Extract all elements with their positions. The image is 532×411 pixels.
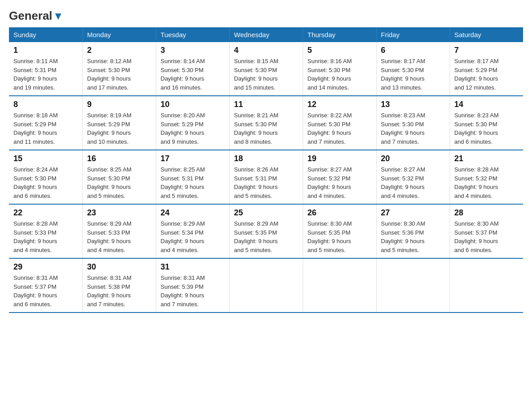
page-header: General — [9, 9, 523, 20]
day-info: Sunrise: 8:25 AM Sunset: 5:30 PM Dayligh… — [87, 165, 151, 200]
day-number: 11 — [234, 100, 298, 109]
calendar-table: SundayMondayTuesdayWednesdayThursdayFrid… — [9, 27, 523, 313]
day-info: Sunrise: 8:22 AM Sunset: 5:30 PM Dayligh… — [308, 111, 372, 146]
week-row-5: 29 Sunrise: 8:31 AM Sunset: 5:37 PM Dayl… — [9, 258, 523, 313]
day-number: 17 — [161, 154, 225, 163]
svg-marker-0 — [55, 13, 61, 20]
day-info: Sunrise: 8:29 AM Sunset: 5:33 PM Dayligh… — [87, 219, 151, 254]
day-cell: 31 Sunrise: 8:31 AM Sunset: 5:39 PM Dayl… — [156, 258, 229, 313]
day-number: 25 — [234, 208, 298, 218]
day-cell: 11 Sunrise: 8:21 AM Sunset: 5:30 PM Dayl… — [229, 96, 303, 150]
day-info: Sunrise: 8:20 AM Sunset: 5:29 PM Dayligh… — [161, 111, 225, 146]
calendar-body: 1 Sunrise: 8:11 AM Sunset: 5:31 PM Dayli… — [9, 42, 523, 313]
day-cell: 2 Sunrise: 8:12 AM Sunset: 5:30 PM Dayli… — [82, 42, 156, 96]
day-number: 6 — [381, 46, 445, 55]
header-cell-wednesday: Wednesday — [229, 27, 303, 42]
day-cell: 28 Sunrise: 8:30 AM Sunset: 5:37 PM Dayl… — [450, 204, 523, 258]
day-number: 9 — [87, 100, 151, 109]
day-cell: 20 Sunrise: 8:27 AM Sunset: 5:32 PM Dayl… — [376, 150, 450, 204]
day-number: 12 — [308, 100, 372, 109]
day-cell: 29 Sunrise: 8:31 AM Sunset: 5:37 PM Dayl… — [9, 258, 82, 313]
day-number: 15 — [13, 154, 78, 163]
calendar-header: SundayMondayTuesdayWednesdayThursdayFrid… — [9, 27, 523, 42]
day-info: Sunrise: 8:15 AM Sunset: 5:30 PM Dayligh… — [234, 57, 298, 92]
day-info: Sunrise: 8:25 AM Sunset: 5:31 PM Dayligh… — [161, 165, 225, 200]
day-cell: 25 Sunrise: 8:29 AM Sunset: 5:35 PM Dayl… — [229, 204, 303, 258]
day-cell: 23 Sunrise: 8:29 AM Sunset: 5:33 PM Dayl… — [82, 204, 156, 258]
day-info: Sunrise: 8:31 AM Sunset: 5:39 PM Dayligh… — [161, 274, 225, 308]
day-cell — [450, 258, 523, 313]
day-cell: 7 Sunrise: 8:17 AM Sunset: 5:29 PM Dayli… — [450, 42, 523, 96]
day-info: Sunrise: 8:14 AM Sunset: 5:30 PM Dayligh… — [161, 57, 225, 92]
day-cell: 6 Sunrise: 8:17 AM Sunset: 5:30 PM Dayli… — [376, 42, 450, 96]
header-cell-sunday: Sunday — [9, 27, 82, 42]
day-info: Sunrise: 8:29 AM Sunset: 5:35 PM Dayligh… — [234, 219, 298, 254]
day-cell: 22 Sunrise: 8:28 AM Sunset: 5:33 PM Dayl… — [9, 204, 82, 258]
week-row-1: 1 Sunrise: 8:11 AM Sunset: 5:31 PM Dayli… — [9, 42, 523, 96]
day-cell — [229, 258, 303, 313]
day-cell: 5 Sunrise: 8:16 AM Sunset: 5:30 PM Dayli… — [303, 42, 376, 96]
day-info: Sunrise: 8:17 AM Sunset: 5:30 PM Dayligh… — [381, 57, 445, 92]
day-number: 30 — [87, 262, 151, 272]
day-info: Sunrise: 8:28 AM Sunset: 5:32 PM Dayligh… — [455, 165, 519, 200]
day-info: Sunrise: 8:16 AM Sunset: 5:30 PM Dayligh… — [308, 57, 372, 92]
day-info: Sunrise: 8:27 AM Sunset: 5:32 PM Dayligh… — [381, 165, 445, 200]
day-info: Sunrise: 8:29 AM Sunset: 5:34 PM Dayligh… — [161, 219, 225, 254]
day-cell: 18 Sunrise: 8:26 AM Sunset: 5:31 PM Dayl… — [229, 150, 303, 204]
day-cell: 30 Sunrise: 8:31 AM Sunset: 5:38 PM Dayl… — [82, 258, 156, 313]
logo: General — [9, 9, 63, 20]
day-info: Sunrise: 8:12 AM Sunset: 5:30 PM Dayligh… — [87, 57, 151, 92]
day-number: 31 — [161, 262, 225, 272]
day-cell: 21 Sunrise: 8:28 AM Sunset: 5:32 PM Dayl… — [450, 150, 523, 204]
day-number: 10 — [161, 100, 225, 109]
header-cell-saturday: Saturday — [450, 27, 523, 42]
header-cell-monday: Monday — [82, 27, 156, 42]
day-info: Sunrise: 8:17 AM Sunset: 5:29 PM Dayligh… — [455, 57, 519, 92]
day-number: 27 — [381, 208, 445, 218]
day-cell: 13 Sunrise: 8:23 AM Sunset: 5:30 PM Dayl… — [376, 96, 450, 150]
day-number: 14 — [455, 100, 519, 109]
day-number: 18 — [234, 154, 298, 163]
day-number: 28 — [455, 208, 519, 218]
day-info: Sunrise: 8:23 AM Sunset: 5:30 PM Dayligh… — [381, 111, 445, 146]
day-cell: 3 Sunrise: 8:14 AM Sunset: 5:30 PM Dayli… — [156, 42, 229, 96]
logo-text-general: General — [9, 9, 52, 23]
header-cell-thursday: Thursday — [303, 27, 376, 42]
day-cell: 16 Sunrise: 8:25 AM Sunset: 5:30 PM Dayl… — [82, 150, 156, 204]
day-cell: 9 Sunrise: 8:19 AM Sunset: 5:29 PM Dayli… — [82, 96, 156, 150]
day-cell: 12 Sunrise: 8:22 AM Sunset: 5:30 PM Dayl… — [303, 96, 376, 150]
day-number: 29 — [13, 262, 78, 272]
day-number: 21 — [455, 154, 519, 163]
day-cell: 1 Sunrise: 8:11 AM Sunset: 5:31 PM Dayli… — [9, 42, 82, 96]
day-info: Sunrise: 8:31 AM Sunset: 5:38 PM Dayligh… — [87, 274, 151, 308]
day-info: Sunrise: 8:28 AM Sunset: 5:33 PM Dayligh… — [13, 219, 78, 254]
day-cell: 26 Sunrise: 8:30 AM Sunset: 5:35 PM Dayl… — [303, 204, 376, 258]
day-cell — [303, 258, 376, 313]
day-cell: 14 Sunrise: 8:23 AM Sunset: 5:30 PM Dayl… — [450, 96, 523, 150]
day-number: 3 — [161, 46, 225, 55]
day-number: 26 — [308, 208, 372, 218]
day-info: Sunrise: 8:18 AM Sunset: 5:29 PM Dayligh… — [13, 111, 78, 146]
day-number: 20 — [381, 154, 445, 163]
day-cell: 10 Sunrise: 8:20 AM Sunset: 5:29 PM Dayl… — [156, 96, 229, 150]
day-number: 5 — [308, 46, 372, 55]
day-number: 7 — [455, 46, 519, 55]
day-number: 19 — [308, 154, 372, 163]
day-number: 4 — [234, 46, 298, 55]
day-number: 23 — [87, 208, 151, 218]
day-info: Sunrise: 8:24 AM Sunset: 5:30 PM Dayligh… — [13, 165, 78, 200]
week-row-4: 22 Sunrise: 8:28 AM Sunset: 5:33 PM Dayl… — [9, 204, 523, 258]
logo-arrow-icon — [53, 12, 63, 21]
day-number: 1 — [13, 46, 78, 55]
day-info: Sunrise: 8:26 AM Sunset: 5:31 PM Dayligh… — [234, 165, 298, 200]
day-info: Sunrise: 8:30 AM Sunset: 5:35 PM Dayligh… — [308, 219, 372, 254]
day-number: 13 — [381, 100, 445, 109]
week-row-2: 8 Sunrise: 8:18 AM Sunset: 5:29 PM Dayli… — [9, 96, 523, 150]
day-info: Sunrise: 8:23 AM Sunset: 5:30 PM Dayligh… — [455, 111, 519, 146]
day-number: 24 — [161, 208, 225, 218]
day-cell: 24 Sunrise: 8:29 AM Sunset: 5:34 PM Dayl… — [156, 204, 229, 258]
day-number: 22 — [13, 208, 78, 218]
day-number: 2 — [87, 46, 151, 55]
day-info: Sunrise: 8:27 AM Sunset: 5:32 PM Dayligh… — [308, 165, 372, 200]
header-row: SundayMondayTuesdayWednesdayThursdayFrid… — [9, 27, 523, 42]
